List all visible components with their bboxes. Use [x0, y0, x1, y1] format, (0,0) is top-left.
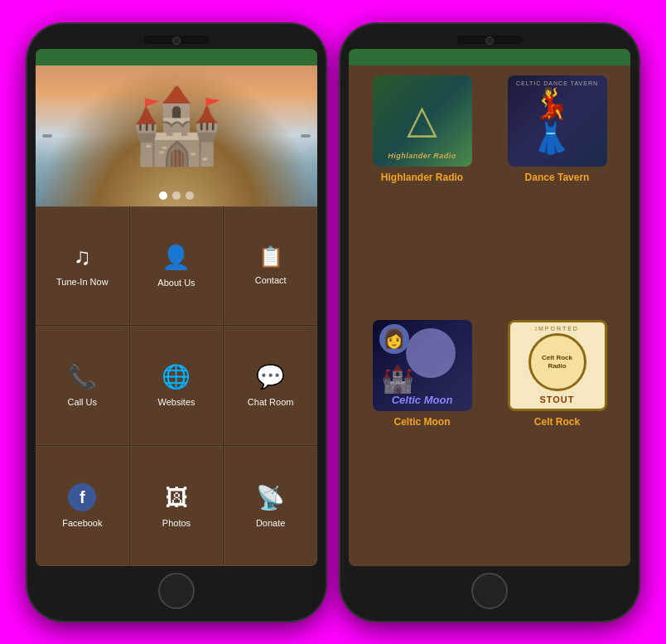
header-bar-2 [349, 49, 630, 65]
dot-2[interactable] [172, 191, 181, 200]
phone-1: ♫Tune-In Now👤About Us📋Contact📞Call Us🌐We… [27, 24, 326, 621]
menu-item-chat-room[interactable]: 💬Chat Room [224, 326, 317, 445]
hero-prev-button[interactable] [42, 134, 52, 138]
hero-area [36, 65, 317, 206]
chat-room-icon: 💬 [256, 363, 285, 390]
station-label-celt-rock: Celt Rock [534, 416, 580, 428]
home-button-2[interactable] [471, 573, 508, 609]
phone-screen-1: ♫Tune-In Now👤About Us📋Contact📞Call Us🌐We… [36, 49, 317, 566]
menu-item-donate[interactable]: 📡Donate [224, 446, 317, 566]
dot-1[interactable] [159, 191, 167, 200]
station-image-celtic-moon: 👩 🏰 Celtic Moon [373, 320, 472, 411]
tune-in-label: Tune-In Now [56, 277, 109, 287]
donate-label: Donate [256, 518, 285, 528]
facebook-icon: f [68, 483, 96, 511]
station-card-dance-tavern[interactable]: Celtic Dance Tavern Dance Tavern [494, 75, 620, 312]
phone-notch [143, 36, 210, 44]
websites-icon: 🌐 [162, 363, 191, 390]
contact-label: Contact [255, 275, 287, 285]
facebook-label: Facebook [62, 518, 102, 528]
header-bar-1 [36, 49, 317, 65]
phone-notch-2 [456, 36, 523, 44]
menu-item-websites[interactable]: 🌐Websites [130, 326, 224, 445]
station-image-highlander: Highlander Radio [373, 75, 472, 167]
home-button-1[interactable] [158, 573, 195, 609]
menu-item-photos[interactable]: 🖼Photos [130, 446, 224, 566]
station-label-celtic-moon: Celtic Moon [394, 416, 451, 428]
tune-in-icon: ♫ [74, 244, 91, 270]
about-us-icon: 👤 [162, 244, 191, 271]
station-card-highlander[interactable]: Highlander Radio Highlander Radio [359, 75, 485, 312]
station-image-celt-rock: Imported Celt RockRadio STOUT [508, 320, 607, 411]
menu-item-tune-in[interactable]: ♫Tune-In Now [36, 206, 129, 326]
phone-2: Highlander Radio Highlander Radio Celtic… [340, 24, 639, 621]
phone-screen-2: Highlander Radio Highlander Radio Celtic… [349, 49, 630, 566]
donate-icon: 📡 [256, 484, 285, 511]
about-us-label: About Us [157, 278, 195, 288]
station-label-dance-tavern: Dance Tavern [525, 172, 590, 183]
station-card-celtic-moon[interactable]: 👩 🏰 Celtic Moon Celtic Moon [359, 320, 485, 556]
menu-item-contact[interactable]: 📋Contact [224, 206, 317, 326]
station-card-celt-rock[interactable]: Imported Celt RockRadio STOUT Celt Rock [494, 320, 620, 556]
contact-icon: 📋 [258, 245, 283, 269]
hero-image [36, 65, 317, 206]
hero-next-button[interactable] [301, 134, 311, 138]
chat-room-label: Chat Room [248, 397, 294, 407]
dot-3[interactable] [186, 191, 194, 200]
photos-icon: 🖼 [165, 484, 188, 511]
call-us-label: Call Us [68, 397, 97, 407]
menu-item-facebook[interactable]: fFacebook [36, 446, 129, 566]
call-us-icon: 📞 [68, 363, 97, 390]
station-image-dance-tavern: Celtic Dance Tavern [508, 75, 607, 167]
station-label-highlander: Highlander Radio [381, 172, 463, 183]
stations-grid: Highlander Radio Highlander Radio Celtic… [349, 65, 630, 566]
menu-grid: ♫Tune-In Now👤About Us📋Contact📞Call Us🌐We… [36, 206, 317, 566]
hero-dots [159, 191, 194, 200]
menu-item-about-us[interactable]: 👤About Us [130, 206, 224, 326]
photos-label: Photos [162, 518, 191, 528]
websites-label: Websites [157, 397, 195, 407]
menu-item-call-us[interactable]: 📞Call Us [36, 326, 129, 445]
